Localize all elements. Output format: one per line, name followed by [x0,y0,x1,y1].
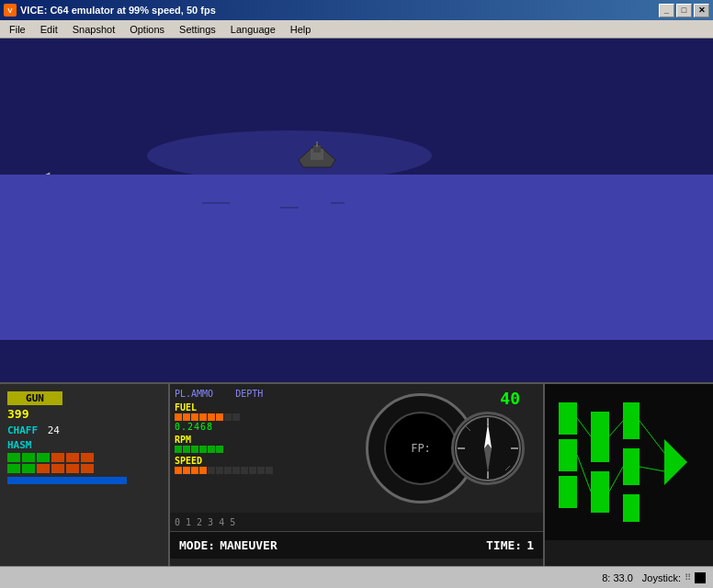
speed-seg [249,467,256,474]
rpm-row: RPM [175,435,294,453]
game-window: ◄ GUN 399 CHAFF 24 HASM [0,39,713,566]
hasm-label: HASM [7,439,32,451]
gun-display-box: GUN 399 [7,391,161,421]
speed-seg [199,467,207,474]
status-bar-blue [7,477,127,484]
menu-options[interactable]: Options [122,22,172,37]
damage-seg [81,464,94,473]
title-bar-left: V VICE: C64 emulator at 99% speed, 50 fp… [4,4,216,17]
menu-help[interactable]: Help [283,22,319,37]
rpm-seg [216,446,223,453]
damage-seg [7,453,20,462]
joystick-square [695,572,706,583]
damage-bar-1 [7,453,161,462]
rpm-seg [199,446,207,453]
weapons-panel: GUN 399 CHAFF 24 HASM [0,384,170,566]
speed-seg [232,467,240,474]
fuel-seg [224,413,232,421]
damage-seg [51,453,64,462]
svg-rect-16 [559,439,577,471]
gun-value: 399 [7,407,28,421]
damage-seg [37,464,50,473]
speed-seg [191,467,198,474]
joystick-label: Joystick: [642,572,681,583]
tactical-panel [543,384,713,566]
damage-seg [66,453,79,462]
window-title: VICE: C64 emulator at 99% speed, 50 fps [20,5,216,16]
speed-seg [266,467,273,474]
menu-settings[interactable]: Settings [172,22,223,37]
app-icon: V [4,4,17,17]
menu-bar: File Edit Snapshot Options Settings Lang… [0,20,713,39]
sea-area [0,175,713,340]
svg-rect-19 [591,471,609,513]
dashboard: GUN 399 CHAFF 24 HASM [0,382,713,566]
sea-dot-3 [331,202,345,204]
fuel-seg [191,413,198,421]
instruments-panel: PL.AMMO DEPTH FUEL [170,384,543,566]
joystick-dots: ⠿ [685,572,691,582]
damage-seg [7,464,20,473]
hasm-row: HASM [7,439,161,451]
speed-bar [175,467,294,474]
speed-seg [257,467,265,474]
svg-rect-17 [559,476,577,508]
svg-rect-22 [623,494,639,522]
fuel-seg [208,413,215,421]
close-button[interactable]: ✕ [694,4,709,17]
damage-seg [37,453,50,462]
menu-edit[interactable]: Edit [33,22,65,37]
status-bar: 8: 33.0 Joystick: ⠿ [0,566,713,588]
coord-text: 8: 33.0 [602,572,633,583]
speed-seg [224,467,232,474]
damage-seg [66,464,79,473]
radar-area: FP: 40 [299,384,543,513]
speed-seg [175,467,182,474]
maximize-button[interactable]: □ [676,4,692,17]
panel-label-top: PL.AMMO DEPTH [175,389,294,399]
title-bar: V VICE: C64 emulator at 99% speed, 50 fp… [0,0,713,20]
svg-rect-20 [623,402,639,439]
rpm-seg [175,446,182,453]
altitude-value: 40 [500,389,520,408]
rpm-label: RPM [175,435,191,445]
mode-label: MODE: [179,538,215,552]
compass-inner: FP: [384,412,458,485]
fuel-bar [175,413,294,421]
fuel-seg [175,413,182,421]
time-value: 1 [526,538,534,552]
speed-seg [183,467,190,474]
speed-seg [241,467,248,474]
instruments-top: PL.AMMO DEPTH FUEL [170,384,543,513]
mode-bar: MODE: MANEUVER TIME: 1 [170,531,543,559]
menu-snapshot[interactable]: Snapshot [65,22,122,37]
ship-sprite [285,141,349,175]
time-label: TIME: [486,538,522,552]
tactical-display [545,384,713,540]
damage-seg [22,453,35,462]
svg-rect-15 [559,402,577,435]
speed-row: SPEED [175,456,294,474]
menu-language[interactable]: Language [223,22,283,37]
altimeter-compass [451,412,525,485]
damage-bar-2 [7,464,161,473]
fuel-number: 0.2468 [175,422,294,432]
rpm-seg [191,446,198,453]
sea-dot-1 [202,202,230,204]
damage-seg [51,464,64,473]
minimize-button[interactable]: _ [659,4,674,17]
nav-numbers: 0 1 2 3 4 5 [170,513,543,531]
sea-dot-2 [280,207,299,209]
chaff-value: 24 [48,424,60,436]
gun-label: GUN [7,391,62,405]
chaff-row: CHAFF 24 [7,424,161,436]
speed-seg [216,467,223,474]
title-controls: _ □ ✕ [659,4,709,17]
mode-value: MANEUVER [220,538,277,552]
svg-rect-18 [591,412,609,462]
menu-file[interactable]: File [2,22,33,37]
fp-text: FP: [411,442,431,455]
damage-seg [22,464,35,473]
rpm-bar [175,446,294,453]
rpm-seg [208,446,215,453]
